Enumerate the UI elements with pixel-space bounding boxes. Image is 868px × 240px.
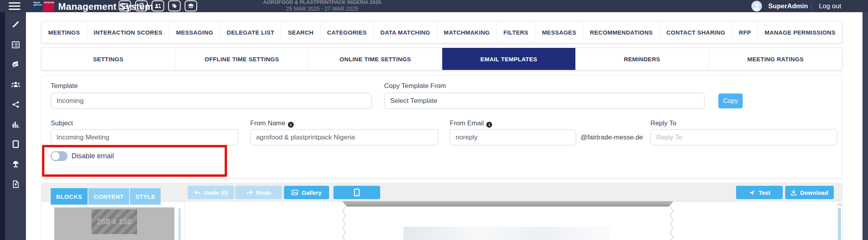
tab-manage-permissions[interactable]: MANAGE PERMISSIONS [758,22,842,43]
image-block-placeholder[interactable]: 258 x 150 [92,209,137,234]
list-icon[interactable] [10,39,21,50]
from-email-input[interactable] [450,129,576,145]
delegates-icon[interactable] [152,0,164,11]
disable-email-toggle[interactable] [51,151,68,161]
tab-search[interactable]: SEARCH [281,22,320,43]
panel-tab-blocks[interactable]: BLOCKS [51,188,88,205]
file-upload-icon[interactable] [10,179,21,190]
sub-nav-tabs: SETTINGS OFFLINE TIME SETTINGS ONLINE TI… [41,48,842,70]
event-header: AGROFOOD & PLASTPRINTPACK NIGERIA 2025 2… [251,0,393,12]
hamburger-menu-icon[interactable] [9,2,20,10]
blocks-panel: 258 x 150 [54,207,174,240]
template-left-torn-edge [342,207,347,240]
avatar[interactable] [751,1,762,11]
tab-messaging[interactable]: MESSAGING [169,22,220,43]
disable-email-label: Disable email [71,152,114,160]
info-icon[interactable]: i [486,122,492,128]
podium-icon[interactable] [10,159,21,170]
tab-contact-sharing[interactable]: CONTACT SHARING [660,22,732,43]
right-edge-strip [863,12,868,240]
tab-rfp[interactable]: RFP [732,22,758,43]
undo-button[interactable]: Undo (0) [188,186,234,199]
tab-email-templates[interactable]: EMAIL TEMPLATES [442,48,575,70]
canvas-scrollbar-thumb[interactable] [838,208,841,240]
email-editor: BLOCKS CONTENT STYLE 258 x 150 Undo (0) … [41,183,842,240]
from-name-input[interactable] [250,129,438,145]
logout-button[interactable]: Log out [819,2,841,10]
email-template-form: Template Copy Template From Copy Subject… [41,75,842,179]
event-name: AGROFOOD & PLASTPRINTPACK NIGERIA 2025 [251,0,393,5]
panel-tab-content[interactable]: CONTENT [88,188,129,205]
test-button[interactable]: Test [736,186,783,199]
canvas-scrollbar-track [838,208,841,240]
copy-template-from-label: Copy Template From [384,82,446,90]
tag-icon[interactable] [168,0,181,11]
blocks-panel-scrollbar[interactable] [179,208,181,240]
tab-matchmaking[interactable]: MATCHMAKING [437,22,497,43]
education-icon[interactable] [185,0,197,11]
pen-icon[interactable] [10,19,21,30]
logo-agrofood: Nigeria agrofood [33,1,42,11]
reply-to-input[interactable] [650,129,837,145]
gallery-button[interactable]: Gallery [284,186,329,199]
tablet-icon[interactable] [10,139,21,150]
template-image-block[interactable] [403,227,610,240]
info-icon[interactable]: i [288,122,294,128]
tab-settings[interactable]: SETTINGS [42,48,175,70]
share-icon[interactable] [10,99,21,110]
calendar-icon[interactable] [119,0,131,11]
template-right-torn-edge [668,207,674,240]
scroll-up-caret-icon[interactable] [837,203,842,208]
reply-to-label: Reply To [650,119,676,127]
mobile-preview-button[interactable] [333,186,380,199]
app-root: Nigeria agrofood plastprintpack Manageme… [0,0,868,240]
bar-chart-icon[interactable] [10,119,21,130]
left-edge-strip [0,12,5,240]
event-dates: 25 MAR 2025 - 27 MAR 2025 [251,5,393,12]
mobile-icon[interactable] [135,0,148,11]
tab-data-matching[interactable]: DATA MATCHING [374,22,437,43]
template-input[interactable] [51,93,372,109]
meetings-icon[interactable] [10,59,21,70]
main-nav-tabs: MEETINGS INTERACTION SCORES MESSAGING DE… [41,21,842,43]
copy-template-from-select[interactable] [384,93,705,109]
copy-button[interactable]: Copy [718,93,743,108]
subject-label: Subject [51,119,73,127]
redo-icon [246,190,253,195]
tab-delegate-list[interactable]: DELEGATE LIST [220,22,281,43]
panel-tab-style[interactable]: STYLE [130,188,161,205]
download-button[interactable]: Download [785,186,834,199]
tab-reminders[interactable]: REMINDERS [575,48,709,70]
tab-online-time-settings[interactable]: ONLINE TIME SETTINGS [309,48,442,70]
mobile-preview-icon [354,189,360,196]
from-email-label: From Emaili [450,119,492,128]
tab-meetings[interactable]: MEETINGS [42,22,87,43]
tab-categories[interactable]: CATEGORIES [320,22,374,43]
tab-offline-time-settings[interactable]: OFFLINE TIME SETTINGS [175,48,309,70]
subject-input[interactable] [51,129,238,145]
people-group-icon[interactable] [10,79,21,90]
sidebar [5,12,26,240]
template-label: Template [51,82,78,90]
send-icon [749,190,755,196]
topbar: Nigeria agrofood plastprintpack Manageme… [0,0,868,12]
topbar-divider [811,2,811,10]
logo-plastprintpack: plastprintpack [43,1,54,11]
download-icon [791,190,797,196]
toggle-knob [51,152,60,160]
tab-filters[interactable]: FILTERS [497,22,535,43]
undo-icon [194,190,201,195]
from-name-label: From Namei [250,119,294,128]
tab-recommendations[interactable]: RECOMMENDATIONS [583,22,660,43]
user-name: SuperAdmin [768,2,808,10]
tab-messages[interactable]: MESSAGES [535,22,583,43]
redo-button[interactable]: Redo [235,186,282,199]
editor-toolbar-strip [42,183,842,202]
from-email-domain: @fairtrade-messe.de [580,129,643,145]
tab-interaction-scores[interactable]: INTERACTION SCORES [87,22,169,43]
tab-meeting-ratings[interactable]: MEETING RATINGS [709,48,842,70]
gallery-icon [291,190,298,195]
template-drag-handle[interactable] [342,201,674,207]
